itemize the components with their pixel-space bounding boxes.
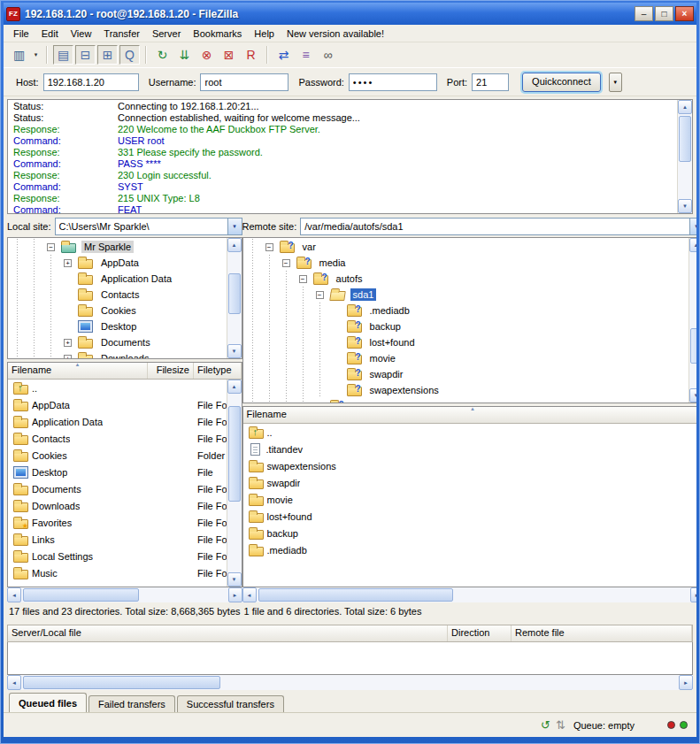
file-row[interactable]: AppDataFile Folder xyxy=(8,396,227,413)
site-manager-dropdown[interactable]: ▾ xyxy=(31,45,41,65)
file-row[interactable]: backup xyxy=(243,525,696,541)
file-row[interactable]: CookiesFolder xyxy=(8,447,227,464)
menu-item-new-version-available[interactable]: New version available! xyxy=(281,26,390,42)
scroll-down-button[interactable]: ▼ xyxy=(227,572,242,587)
tree-item[interactable]: swapdir xyxy=(244,366,688,382)
column-header-filetype[interactable]: Filetype xyxy=(194,363,242,379)
scroll-left-button[interactable]: ◄ xyxy=(242,587,257,602)
tree-item[interactable]: backup xyxy=(244,318,688,334)
menu-item-file[interactable]: File xyxy=(7,26,35,42)
column-header-filename[interactable]: Filename▲ xyxy=(8,363,148,379)
scroll-left-button[interactable]: ◄ xyxy=(7,675,21,690)
tree-item[interactable]: swapextensions xyxy=(244,382,688,398)
scroll-track[interactable] xyxy=(21,675,679,690)
scroll-right-button[interactable]: ► xyxy=(228,587,242,602)
tree-item[interactable]: −Mr Sparkle xyxy=(9,239,227,255)
tree-item[interactable]: −media xyxy=(244,255,688,271)
file-row[interactable]: .. xyxy=(243,424,696,441)
column-header-filename[interactable]: Filename▲ xyxy=(243,407,696,423)
file-row[interactable]: movie xyxy=(243,491,696,508)
tree-item[interactable]: Desktop xyxy=(9,318,227,334)
menu-item-help[interactable]: Help xyxy=(248,26,281,42)
scroll-right-button[interactable]: ► xyxy=(690,587,696,602)
scroll-up-button[interactable]: ▲ xyxy=(689,238,696,252)
column-header-direction[interactable]: Direction xyxy=(448,625,512,641)
tree-item[interactable]: +AppData xyxy=(9,255,227,271)
expander-plus-icon[interactable]: + xyxy=(64,339,72,347)
vertical-scrollbar[interactable]: ▲▼ xyxy=(688,238,696,403)
scroll-up-button[interactable]: ▲ xyxy=(227,238,242,252)
scroll-up-button[interactable]: ▲ xyxy=(678,100,692,114)
menu-item-bookmarks[interactable]: Bookmarks xyxy=(187,26,248,42)
file-row[interactable]: ContactsFile Folder xyxy=(8,430,227,447)
quickconnect-dropdown-button[interactable]: ▾ xyxy=(609,73,622,92)
file-row[interactable]: lost+found xyxy=(243,508,696,525)
tree-expander[interactable]: + xyxy=(59,259,76,267)
file-row[interactable]: DocumentsFile Folder xyxy=(8,480,227,497)
host-input[interactable] xyxy=(43,73,139,91)
quickconnect-button[interactable]: Quickconnect xyxy=(522,73,601,92)
tree-item[interactable]: Cookies xyxy=(9,303,227,318)
file-row[interactable]: .. xyxy=(8,380,227,396)
title-bar[interactable]: FZ 192.168.1.20 - root@192.168.1.20 - Fi… xyxy=(4,3,696,25)
site-manager-button[interactable]: ▥ xyxy=(9,45,29,65)
tree-expander[interactable]: + xyxy=(59,355,76,359)
expander-minus-icon[interactable]: − xyxy=(316,291,324,299)
tree-item[interactable]: lost+found xyxy=(244,334,688,350)
menu-item-view[interactable]: View xyxy=(65,26,98,42)
menu-item-edit[interactable]: Edit xyxy=(35,26,65,42)
file-row[interactable]: Application DataFile Folder xyxy=(8,413,227,430)
close-button[interactable]: × xyxy=(675,6,694,21)
remote-site-combo[interactable]: /var/media/autofs/sda1 ▾ xyxy=(300,218,696,235)
cancel-operation-button[interactable]: ⊗ xyxy=(196,45,217,65)
tree-item[interactable]: .mediadb xyxy=(244,303,688,318)
tab-successful-transfers[interactable]: Successful transfers xyxy=(177,695,284,712)
tree-item[interactable]: dvd xyxy=(244,398,688,403)
process-queue-button[interactable]: ⇊ xyxy=(174,45,195,65)
reconnect-button[interactable]: R xyxy=(241,45,261,65)
scroll-left-button[interactable]: ◄ xyxy=(7,587,21,602)
disconnect-button[interactable]: ⊠ xyxy=(219,45,239,65)
file-row[interactable]: DownloadsFile Folder xyxy=(8,497,227,514)
scroll-up-button[interactable]: ▲ xyxy=(227,380,242,394)
username-input[interactable] xyxy=(200,73,288,91)
expander-minus-icon[interactable]: − xyxy=(299,275,307,283)
local-site-combo[interactable]: C:\Users\Mr Sparkle\ ▾ xyxy=(55,218,242,235)
tree-expander[interactable]: − xyxy=(312,291,328,299)
tree-item[interactable]: Contacts xyxy=(9,287,227,303)
scroll-thumb[interactable] xyxy=(258,588,454,602)
file-row[interactable]: LinksFile Folder xyxy=(8,531,227,548)
vertical-scrollbar[interactable]: ▲▼ xyxy=(227,380,242,587)
scroll-down-button[interactable]: ▼ xyxy=(227,344,242,358)
vertical-scrollbar[interactable]: ▲▼ xyxy=(227,238,242,358)
find-files-button[interactable]: ∞ xyxy=(318,45,338,65)
maximize-button[interactable]: □ xyxy=(655,6,673,21)
tree-item[interactable]: +Documents xyxy=(9,334,227,350)
tree-item[interactable]: +Downloads xyxy=(9,350,227,358)
queue-horizontal-scrollbar[interactable]: ◄► xyxy=(7,675,693,690)
scroll-thumb[interactable] xyxy=(228,273,241,314)
refresh-button[interactable]: ↻ xyxy=(152,45,173,65)
toggle-local-tree-button[interactable]: ⊟ xyxy=(75,45,96,65)
file-row[interactable]: .mediadb xyxy=(243,541,696,558)
vertical-scrollbar[interactable]: ▲▼ xyxy=(677,100,692,213)
column-header-server-local-file[interactable]: Server/Local file xyxy=(8,625,448,641)
tree-item[interactable]: −sda1 xyxy=(244,287,688,303)
scroll-track[interactable] xyxy=(21,587,228,602)
file-row[interactable]: DesktopFile xyxy=(8,464,227,480)
local-horizontal-scrollbar[interactable]: ◄► xyxy=(7,587,242,602)
scroll-down-button[interactable]: ▼ xyxy=(689,388,696,403)
scroll-thumb[interactable] xyxy=(23,588,139,602)
toggle-message-log-button[interactable]: ▤ xyxy=(53,45,73,65)
file-row[interactable]: swapdir xyxy=(243,474,696,491)
column-header-remote-file[interactable]: Remote file xyxy=(512,625,692,641)
tab-failed-transfers[interactable]: Failed transfers xyxy=(88,695,175,712)
expander-minus-icon[interactable]: − xyxy=(282,259,290,267)
menu-item-server[interactable]: Server xyxy=(146,26,187,42)
scroll-right-button[interactable]: ► xyxy=(679,675,693,690)
scroll-thumb[interactable] xyxy=(23,676,220,689)
expander-plus-icon[interactable]: + xyxy=(64,355,72,359)
tree-item[interactable]: −autofs xyxy=(244,271,688,287)
scroll-thumb[interactable] xyxy=(228,406,241,502)
toggle-queue-button[interactable]: Q xyxy=(119,45,140,65)
